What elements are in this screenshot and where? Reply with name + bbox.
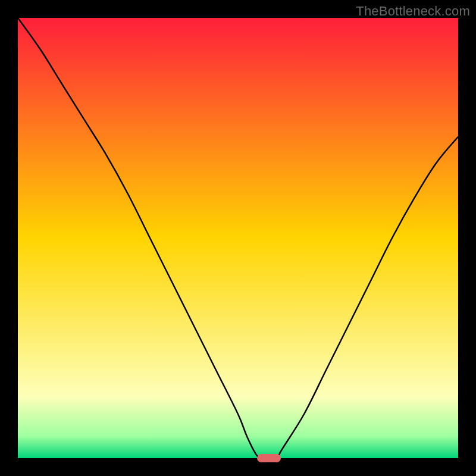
plot-area	[18, 18, 458, 458]
optimal-marker	[257, 454, 281, 462]
watermark-text: TheBottleneck.com	[356, 4, 470, 19]
chart-frame: TheBottleneck.com	[0, 0, 476, 476]
chart-svg	[18, 18, 458, 458]
